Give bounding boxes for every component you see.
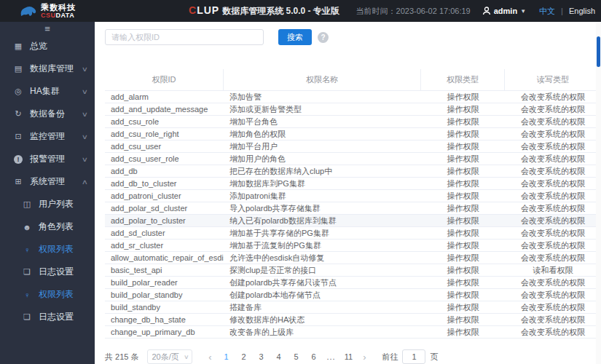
cell-readwrite-type: 会改变系统的权限 [505, 103, 601, 115]
top-header-bar: 乘数科技 CSUDATA CLUP数据库管理系统 5.0.0 - 专业版 当前时… [0, 0, 601, 22]
cell-readwrite-type: 会改变系统的权限 [505, 227, 601, 239]
cell-permission-type: 操作权限 [421, 277, 505, 288]
scrollbar-thumb[interactable] [597, 36, 600, 67]
sidebar-item-label: 系统管理 [30, 175, 82, 188]
table-row[interactable]: add_polar_to_cluster纳入已有polardb数据库到集群操作权… [105, 215, 601, 227]
table-row[interactable]: build_polar_reader创建polardb共享存储只读节点操作权限会… [105, 277, 601, 289]
goto-page-input[interactable] [402, 349, 425, 364]
log-settings-icon: ❏ [22, 267, 32, 277]
sidebar-item-12[interactable]: ❏日志设置 [0, 306, 95, 328]
lang-chinese-link[interactable]: 中文 [539, 6, 555, 17]
table-row[interactable]: add_sr_cluster增加基于流复制的PG集群操作权限会改变系统的权限 [105, 240, 601, 252]
cell-permission-id: add_and_update_message [105, 103, 224, 115]
cell-permission-type: 操作权限 [421, 240, 505, 251]
cell-permission-name: 搭建备库 [224, 301, 421, 313]
chevron-down-icon: ∨ [82, 66, 88, 73]
cell-permission-type: 操作权限 [421, 264, 505, 276]
sidebar-item-8[interactable]: ☻角色列表 [0, 215, 95, 238]
sidebar-item-9[interactable]: ♀权限列表 [0, 238, 95, 261]
cell-permission-name: 修改数据库的HA状态 [224, 314, 421, 325]
cell-permission-id: build_polar_reader [105, 277, 224, 288]
database-icon: ▤ [13, 64, 23, 74]
cell-permission-id: change_up_primary_db [105, 326, 224, 338]
cell-permission-id: allow_automatic_repair_of_esdisk [105, 252, 224, 264]
sidebar-item-4[interactable]: ⊡监控管理∨ [0, 125, 95, 148]
goto-label: 前往 [382, 352, 398, 363]
sidebar-item-0[interactable]: ▦总览 [0, 35, 95, 58]
table-row[interactable]: add_polar_sd_cluster导入polardb共享存储集群操作权限会… [105, 202, 601, 215]
sidebar-item-3[interactable]: ↻数据备份∨ [0, 103, 95, 125]
sidebar-item-label: 日志设置 [39, 266, 87, 278]
page-button-5[interactable]: 5 [287, 352, 305, 361]
table-row[interactable]: change_db_ha_state修改数据库的HA状态操作权限会改变系统的权限 [105, 314, 601, 326]
next-page-button[interactable]: › [357, 352, 372, 363]
page-button-11[interactable]: 11 [339, 352, 357, 361]
page-button-3[interactable]: 3 [252, 352, 270, 361]
table-row[interactable]: add_patroni_cluster添加patroni集群操作权限会改变系统的… [105, 190, 601, 202]
elephant-logo-icon [19, 4, 38, 18]
cell-readwrite-type: 会改变系统的权限 [505, 190, 601, 202]
cell-permission-id: add_csu_user [105, 141, 224, 152]
cell-permission-name: 增加基于流复制的PG集群 [224, 240, 421, 251]
table-row[interactable]: basic_test_api探测clup是否正常的接口操作权限读和看权限 [105, 264, 601, 277]
table-row[interactable]: allow_automatic_repair_of_esdisk允许选中的esd… [105, 252, 601, 264]
sidebar-item-5[interactable]: !报警管理∨ [0, 148, 95, 170]
sidebar-item-label: 权限列表 [39, 288, 87, 301]
cell-readwrite-type: 会改变系统的权限 [505, 178, 601, 189]
page-button-1[interactable]: 1 [217, 352, 235, 361]
table-row[interactable]: add_csu_user增加平台用户操作权限会改变系统的权限 [105, 141, 601, 153]
help-icon[interactable]: ? [318, 32, 329, 43]
column-header-permission-name: 权限名称 [224, 69, 421, 90]
search-input[interactable] [105, 29, 264, 45]
table-row[interactable]: change_up_primary_db改变备库的上级库操作权限会改变系统的权限 [105, 326, 601, 339]
vertical-scrollbar[interactable] [596, 22, 601, 364]
cell-permission-id: add_db [105, 165, 224, 177]
cell-permission-type: 操作权限 [421, 314, 505, 325]
table-row[interactable]: build_polar_standby创建polardb本地存储节点操作权限会改… [105, 289, 601, 301]
page-button-6[interactable]: 6 [305, 352, 322, 361]
search-button[interactable]: 搜索 [278, 29, 312, 45]
page-size-select[interactable]: 20条/页 ∨ [147, 349, 192, 364]
column-header-permission-id: 权限ID [105, 69, 224, 90]
table-row[interactable]: add_csu_role增加平台角色操作权限会改变系统的权限 [105, 116, 601, 128]
cell-permission-type: 操作权限 [421, 301, 505, 313]
cell-readwrite-type: 会改变系统的权限 [505, 91, 601, 103]
sidebar-item-label: 总览 [30, 40, 87, 52]
page-button-4[interactable]: 4 [270, 352, 287, 361]
sidebar-item-label: 数据备份 [30, 108, 82, 120]
table-row[interactable]: add_and_update_message添加或更新告警类型操作权限会改变系统… [105, 103, 601, 116]
log-settings-icon: ❏ [22, 312, 32, 322]
sidebar-collapse-button[interactable]: ≡ [0, 22, 95, 35]
cell-readwrite-type: 会改变系统的权限 [505, 116, 601, 127]
hamburger-collapse-icon: ≡ [44, 23, 50, 34]
page-button-2[interactable]: 2 [235, 352, 252, 361]
table-row[interactable]: build_standby搭建备库操作权限会改变系统的权限 [105, 301, 601, 314]
table-row[interactable]: add_alarm添加告警操作权限会改变系统的权限 [105, 91, 601, 103]
sidebar-item-6[interactable]: ⊞系统管理∧ [0, 170, 95, 193]
sidebar-item-7[interactable]: ◫用户列表 [0, 193, 95, 215]
table-row[interactable]: add_db_to_cluster增加数据库到PG集群操作权限会改变系统的权限 [105, 178, 601, 190]
cell-permission-id: add_patroni_cluster [105, 190, 224, 202]
sidebar-item-2[interactable]: ◎HA集群∨ [0, 80, 95, 103]
user-menu[interactable]: admin ▼ [482, 7, 526, 15]
cell-permission-type: 操作权限 [421, 165, 505, 177]
prev-page-button[interactable]: ‹ [203, 352, 217, 363]
cell-permission-name: 添加或更新告警类型 [224, 103, 421, 115]
cell-permission-name: 纳入已有polardb数据库到集群 [224, 215, 421, 226]
table-row[interactable]: add_csu_role_right增加角色的权限操作权限会改变系统的权限 [105, 128, 601, 141]
total-count-label: 共 215 条 [105, 352, 138, 363]
table-row[interactable]: add_csu_user_role增加用户的角色操作权限会改变系统的权限 [105, 153, 601, 165]
cell-readwrite-type: 会改变系统的权限 [505, 326, 601, 338]
table-row[interactable]: add_sd_cluster增加基于共享存储的PG集群操作权限会改变系统的权限 [105, 227, 601, 240]
table-row[interactable]: add_db把已存在的数据库纳入clup中操作权限会改变系统的权限 [105, 165, 601, 178]
logo-company-name: 乘数科技 [41, 4, 76, 12]
sidebar-menu: ▦总览▤数据库管理∨◎HA集群∨↻数据备份∨⊡监控管理∨!报警管理∨⊞系统管理∧… [0, 35, 95, 328]
sidebar-item-10[interactable]: ❏日志设置 [0, 261, 95, 283]
sidebar-item-1[interactable]: ▤数据库管理∨ [0, 58, 95, 80]
sidebar-item-label: 角色列表 [39, 221, 87, 233]
pagination-pages: 123456 [217, 352, 322, 361]
alarm-icon: ! [14, 155, 23, 164]
sidebar-item-11[interactable]: ♀权限列表 [0, 283, 95, 306]
lang-english-link[interactable]: English [569, 7, 595, 15]
column-header-readwrite-type: 读写类型 [505, 69, 601, 90]
